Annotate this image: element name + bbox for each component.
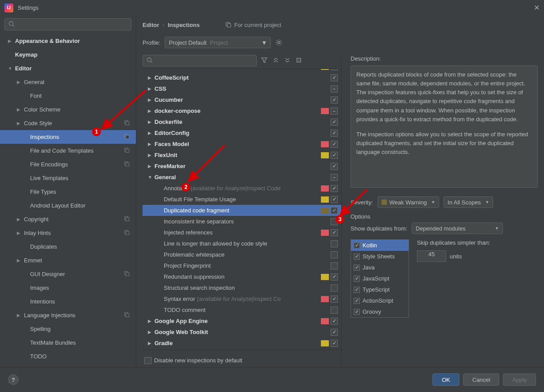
checkbox[interactable] bbox=[331, 185, 338, 192]
sidebar-item-file-encodings[interactable]: File Encodings bbox=[0, 158, 136, 171]
apply-button[interactable]: Apply bbox=[503, 373, 536, 386]
sidebar-search[interactable] bbox=[4, 18, 131, 31]
checkbox[interactable] bbox=[331, 240, 338, 247]
insp-item-project-fingerprint[interactable]: Project Fingerprint bbox=[143, 260, 341, 271]
checkbox[interactable] bbox=[331, 141, 338, 148]
insp-group-google-app-engine[interactable]: ▶Google App Engine bbox=[143, 315, 341, 327]
help-button[interactable]: ? bbox=[8, 374, 19, 385]
insp-item-default-file-template-usage[interactable]: Default File Template Usage bbox=[143, 194, 341, 205]
insp-group-cucumber[interactable]: ▶Cucumber bbox=[143, 94, 341, 105]
insp-item-todo-comment[interactable]: TODO comment bbox=[143, 304, 341, 315]
lang-item-javascript[interactable]: JavaScript bbox=[351, 273, 409, 284]
insp-group-gradle[interactable]: ▶Gradle bbox=[143, 338, 341, 349]
insp-item-inconsistent-line-separators[interactable]: Inconsistent line separators bbox=[143, 216, 341, 227]
insp-item-line-is-longer-than-allowed-by-code-style[interactable]: Line is longer than allowed by code styl… bbox=[143, 238, 341, 249]
insp-item-problematic-whitespace[interactable]: Problematic whitespace bbox=[143, 249, 341, 260]
checkbox[interactable] bbox=[331, 174, 338, 181]
sidebar-item-general[interactable]: ▶General bbox=[0, 75, 136, 89]
checkbox[interactable] bbox=[331, 262, 338, 269]
insp-group-general[interactable]: ▼General bbox=[143, 172, 341, 183]
breadcrumb-editor[interactable]: Editor bbox=[143, 22, 159, 28]
sidebar-item-copyright[interactable]: ▶Copyright bbox=[0, 212, 136, 226]
insp-item-redundant-suppression[interactable]: Redundant suppression bbox=[143, 271, 341, 282]
sidebar-item-gui-designer[interactable]: GUI Designer bbox=[0, 267, 136, 281]
insp-group-cfml[interactable]: ▶CFML bbox=[143, 69, 341, 72]
lang-item-typescript[interactable]: TypeScript bbox=[351, 284, 409, 295]
sidebar-item-images[interactable]: Images bbox=[0, 281, 136, 295]
checkbox[interactable] bbox=[331, 69, 338, 70]
insp-group-editorconfig[interactable]: ▶EditorConfig bbox=[143, 127, 341, 138]
checkbox[interactable] bbox=[331, 96, 338, 104]
sidebar-item-intentions[interactable]: Intentions bbox=[0, 295, 136, 308]
sidebar-item-inspections[interactable]: Inspections bbox=[0, 130, 136, 144]
gear-icon[interactable] bbox=[275, 39, 282, 46]
insp-item-injected-references[interactable]: Injected references bbox=[143, 227, 341, 238]
checkbox[interactable] bbox=[331, 273, 338, 281]
lang-item-style-sheets[interactable]: Style Sheets bbox=[351, 251, 409, 262]
checkbox[interactable] bbox=[354, 287, 360, 293]
checkbox[interactable] bbox=[331, 130, 338, 137]
checkbox[interactable] bbox=[331, 207, 338, 214]
inspections-tree[interactable]: ▶CFML▶CoffeeScript▶CSS▶Cucumber▶docker-c… bbox=[143, 69, 341, 350]
sidebar-item-color-scheme[interactable]: ▶Color Scheme bbox=[0, 103, 136, 116]
checkbox[interactable] bbox=[354, 254, 360, 260]
close-icon[interactable]: ✕ bbox=[534, 4, 540, 12]
sidebar-item-code-style[interactable]: ▶Code Style bbox=[0, 116, 136, 130]
insp-item-duplicated-code-fragment[interactable]: Duplicated code fragment bbox=[143, 205, 341, 216]
units-input[interactable]: 45 bbox=[417, 250, 446, 262]
checkbox[interactable] bbox=[331, 340, 338, 347]
insp-item-structural-search-inspection[interactable]: Structural search inspection bbox=[143, 282, 341, 293]
profile-dropdown[interactable]: Project Default Project ▼ bbox=[165, 37, 271, 48]
checkbox[interactable] bbox=[331, 318, 338, 325]
checkbox[interactable] bbox=[354, 309, 360, 315]
settings-tree[interactable]: ▶Appearance & BehaviorKeymap▼Editor▶Gene… bbox=[0, 34, 136, 367]
sidebar-item-todo[interactable]: TODO bbox=[0, 350, 136, 363]
sidebar-item-textmate-bundles[interactable]: TextMate Bundles bbox=[0, 336, 136, 350]
checkbox[interactable] bbox=[331, 196, 338, 203]
checkbox[interactable] bbox=[331, 251, 338, 258]
sidebar-item-android-layout-editor[interactable]: Android Layout Editor bbox=[0, 199, 136, 212]
lang-item-groovy[interactable]: Groovy bbox=[351, 306, 409, 317]
lang-item-kotlin[interactable]: Kotlin bbox=[351, 240, 409, 251]
disable-new-checkbox[interactable] bbox=[144, 357, 151, 364]
checkbox[interactable] bbox=[331, 152, 338, 159]
checkbox[interactable] bbox=[331, 229, 338, 236]
checkbox[interactable] bbox=[331, 296, 338, 303]
sidebar-item-keymap[interactable]: Keymap bbox=[0, 48, 136, 61]
checkbox[interactable] bbox=[354, 276, 360, 282]
insp-group-freemarker[interactable]: ▶FreeMarker bbox=[143, 161, 341, 172]
checkbox[interactable] bbox=[331, 218, 338, 225]
sidebar-item-live-templates[interactable]: Live Templates bbox=[0, 171, 136, 185]
insp-group-google-web-toolkit[interactable]: ▶Google Web Toolkit bbox=[143, 327, 341, 338]
expand-all-icon[interactable] bbox=[272, 57, 280, 65]
insp-group-coffeescript[interactable]: ▶CoffeeScript bbox=[143, 72, 341, 83]
insp-group-faces-model[interactable]: ▶Faces Model bbox=[143, 138, 341, 150]
checkbox[interactable] bbox=[331, 284, 338, 292]
severity-dropdown[interactable]: Weak Warning ▼ bbox=[378, 196, 439, 208]
insp-group-dockerfile[interactable]: ▶Dockerfile bbox=[143, 116, 341, 127]
languages-list[interactable]: KotlinStyle SheetsJavaJavaScriptTypeScri… bbox=[351, 239, 409, 318]
filter-icon[interactable] bbox=[260, 57, 268, 65]
ok-button[interactable]: OK bbox=[432, 373, 459, 386]
sidebar-item-language-injections[interactable]: ▶Language Injections bbox=[0, 308, 136, 322]
sidebar-item-spelling[interactable]: Spelling bbox=[0, 322, 136, 336]
checkbox[interactable] bbox=[331, 108, 338, 115]
sidebar-item-emmet[interactable]: ▶Emmet bbox=[0, 254, 136, 267]
insp-group-flexunit[interactable]: ▶FlexUnit bbox=[143, 150, 341, 161]
checkbox[interactable] bbox=[331, 119, 338, 126]
checkbox[interactable] bbox=[354, 242, 360, 249]
sidebar-item-editor[interactable]: ▼Editor bbox=[0, 61, 136, 75]
scope-dropdown[interactable]: In All Scopes ▼ bbox=[444, 196, 493, 208]
insp-group-docker-compose[interactable]: ▶docker-compose bbox=[143, 105, 341, 116]
reset-icon[interactable] bbox=[295, 57, 303, 65]
checkbox[interactable] bbox=[354, 265, 360, 271]
checkbox[interactable] bbox=[331, 307, 338, 314]
sidebar-item-file-and-code-templates[interactable]: File and Code Templates bbox=[0, 144, 136, 158]
lang-item-java[interactable]: Java bbox=[351, 262, 409, 273]
checkbox[interactable] bbox=[331, 329, 338, 336]
disable-new-row[interactable]: Disable new inspections by default bbox=[143, 350, 341, 367]
checkbox[interactable] bbox=[331, 85, 338, 92]
checkbox[interactable] bbox=[331, 163, 338, 170]
lang-item-actionscript[interactable]: ActionScript bbox=[351, 295, 409, 306]
sidebar-item-duplicates[interactable]: Duplicates bbox=[0, 240, 136, 254]
